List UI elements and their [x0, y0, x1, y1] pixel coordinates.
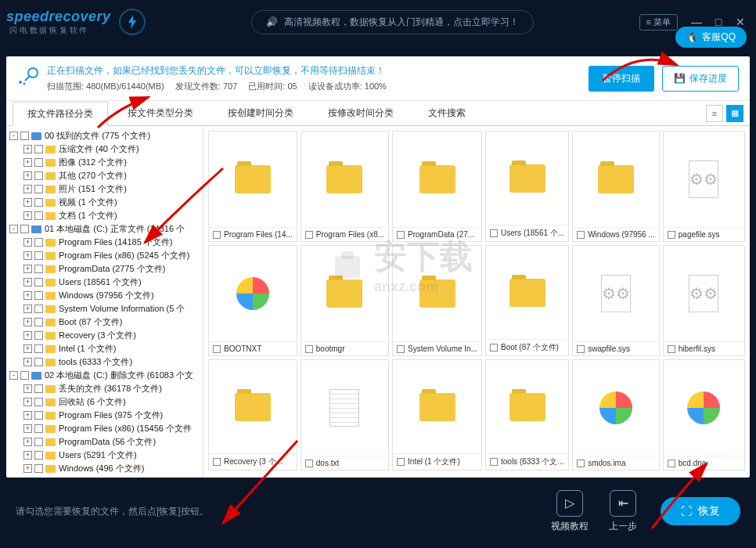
tree-toggle-icon[interactable]: +: [23, 438, 32, 446]
item-checkbox[interactable]: [577, 345, 585, 353]
tab-created[interactable]: 按创建时间分类: [213, 101, 308, 125]
item-checkbox[interactable]: [397, 345, 405, 353]
item-checkbox[interactable]: [213, 231, 221, 239]
tree-checkbox[interactable]: [34, 185, 43, 193]
tree-checkbox[interactable]: [34, 331, 43, 340]
tree-checkbox[interactable]: [34, 265, 43, 273]
tree-checkbox[interactable]: [34, 198, 43, 207]
grid-item[interactable]: tools (6333 个文...: [485, 359, 569, 470]
tree-toggle-icon[interactable]: +: [23, 185, 32, 193]
tab-path[interactable]: 按文件路径分类: [13, 102, 108, 126]
grid-panel[interactable]: Program Files (14...Program Files (x8...…: [203, 126, 750, 478]
tree-toggle-icon[interactable]: +: [23, 344, 32, 353]
tree-toggle-icon[interactable]: +: [23, 451, 32, 460]
tree-node[interactable]: +丢失的文件 (36178 个文件): [6, 382, 203, 395]
tree-checkbox[interactable]: [34, 211, 43, 220]
item-checkbox[interactable]: [668, 345, 675, 353]
tree-node[interactable]: +ProgramData (56 个文件): [6, 435, 203, 449]
item-checkbox[interactable]: [668, 460, 675, 467]
tree-toggle-icon[interactable]: +: [23, 331, 32, 340]
tree-node[interactable]: +Program Files (14185 个文件): [6, 236, 203, 249]
item-checkbox[interactable]: [577, 460, 585, 467]
grid-item[interactable]: dos.txt: [301, 359, 389, 470]
menu-button[interactable]: ≡ 菜单: [639, 14, 678, 31]
item-checkbox[interactable]: [397, 231, 405, 239]
tree-checkbox[interactable]: [34, 291, 43, 300]
item-checkbox[interactable]: [213, 458, 221, 466]
tree-node[interactable]: +Program Files (x86) (15456 个文件: [6, 422, 203, 435]
grid-item[interactable]: Boot (87 个文件): [485, 245, 569, 356]
tab-type[interactable]: 按文件类型分类: [113, 101, 208, 125]
tree-node[interactable]: +视频 (1 个文件): [6, 196, 203, 209]
tree-checkbox[interactable]: [34, 278, 43, 287]
grid-item[interactable]: ProgramData (27...: [392, 131, 482, 242]
tree-node[interactable]: +Users (18561 个文件): [6, 276, 203, 289]
tree-toggle-icon[interactable]: -: [9, 225, 18, 233]
item-checkbox[interactable]: [305, 460, 313, 467]
tree-toggle-icon[interactable]: +: [23, 278, 32, 287]
save-progress-button[interactable]: 💾 保存进度: [662, 66, 739, 92]
tree-toggle-icon[interactable]: -: [9, 132, 18, 140]
tree-toggle-icon[interactable]: +: [23, 251, 32, 260]
tree-checkbox[interactable]: [34, 251, 43, 260]
tree-checkbox[interactable]: [34, 344, 43, 353]
tree-toggle-icon[interactable]: +: [23, 384, 32, 393]
tree-node[interactable]: +照片 (151 个文件): [6, 182, 203, 196]
tree-node[interactable]: +Windows (97956 个文件): [6, 289, 203, 302]
item-checkbox[interactable]: [490, 229, 498, 237]
grid-item[interactable]: Users (18561 个...: [485, 131, 569, 242]
grid-item[interactable]: Intel (1 个文件): [392, 359, 482, 470]
tree-toggle-icon[interactable]: +: [23, 424, 32, 433]
tree-node[interactable]: -02 本地磁盘 (C:) 删除文件 (61083 个文: [6, 369, 203, 382]
item-checkbox[interactable]: [305, 231, 313, 239]
tree-checkbox[interactable]: [34, 464, 43, 473]
qq-support-button[interactable]: 🐧 客服QQ: [675, 27, 747, 48]
grid-item[interactable]: Windows (97956 ...: [572, 131, 660, 242]
tree-checkbox[interactable]: [20, 371, 29, 380]
grid-item[interactable]: ⚙⚙pagefile.sys: [663, 131, 745, 242]
tree-node[interactable]: +Users (5291 个文件): [6, 449, 203, 462]
tree-node[interactable]: +Boot (87 个文件): [6, 315, 203, 329]
tree-toggle-icon[interactable]: +: [23, 198, 32, 207]
grid-item[interactable]: System Volume In...: [392, 245, 482, 356]
tree-node[interactable]: +Program Files (975 个文件): [6, 409, 203, 422]
tree-node[interactable]: +tools (6333 个文件): [6, 355, 203, 369]
tree-checkbox[interactable]: [34, 424, 43, 433]
tree-node[interactable]: +Intel (1 个文件): [6, 342, 203, 355]
tree-node[interactable]: +System Volume Information (5 个: [6, 302, 203, 315]
tree-node[interactable]: +Program Files (x86) (5245 个文件): [6, 249, 203, 262]
tree-checkbox[interactable]: [34, 145, 43, 153]
tree-toggle-icon[interactable]: +: [23, 291, 32, 300]
tree-checkbox[interactable]: [34, 451, 43, 460]
tree-checkbox[interactable]: [34, 438, 43, 446]
banner[interactable]: 🔊 高清视频教程，数据恢复从入门到精通，点击立即学习！: [146, 10, 639, 34]
grid-item[interactable]: ⚙⚙hiberfil.sys: [663, 245, 745, 356]
tree-node[interactable]: +压缩文件 (40 个文件): [6, 142, 203, 156]
tree-toggle-icon[interactable]: +: [23, 398, 32, 406]
tree-checkbox[interactable]: [34, 318, 43, 326]
tree-node[interactable]: +tools (2610 个文件): [6, 475, 203, 478]
tree-toggle-icon[interactable]: +: [23, 318, 32, 326]
tree-checkbox[interactable]: [20, 132, 29, 140]
tree-checkbox[interactable]: [34, 358, 43, 366]
tree-node[interactable]: +回收站 (6 个文件): [6, 395, 203, 409]
tree-checkbox[interactable]: [34, 411, 43, 420]
tree-toggle-icon[interactable]: +: [23, 211, 32, 220]
tree-node[interactable]: +图像 (312 个文件): [6, 156, 203, 169]
tree-node[interactable]: +文档 (1 个文件): [6, 209, 203, 222]
item-checkbox[interactable]: [490, 458, 498, 466]
grid-item[interactable]: ⚙⚙swapfile.sys: [572, 245, 660, 356]
item-checkbox[interactable]: [490, 344, 498, 352]
tree-checkbox[interactable]: [34, 171, 43, 180]
tree-checkbox[interactable]: [34, 158, 43, 167]
grid-item[interactable]: bcd.dna: [663, 359, 745, 470]
tree-toggle-icon[interactable]: +: [23, 158, 32, 167]
tree-toggle-icon[interactable]: +: [23, 145, 32, 153]
tree-toggle-icon[interactable]: +: [23, 411, 32, 420]
tree-checkbox[interactable]: [34, 305, 43, 313]
view-grid-button[interactable]: ▦: [726, 105, 743, 122]
grid-item[interactable]: Program Files (x8...: [301, 131, 389, 242]
tree-checkbox[interactable]: [20, 225, 29, 233]
item-checkbox[interactable]: [668, 231, 675, 239]
tree-node[interactable]: +ProgramData (2775 个文件): [6, 262, 203, 276]
